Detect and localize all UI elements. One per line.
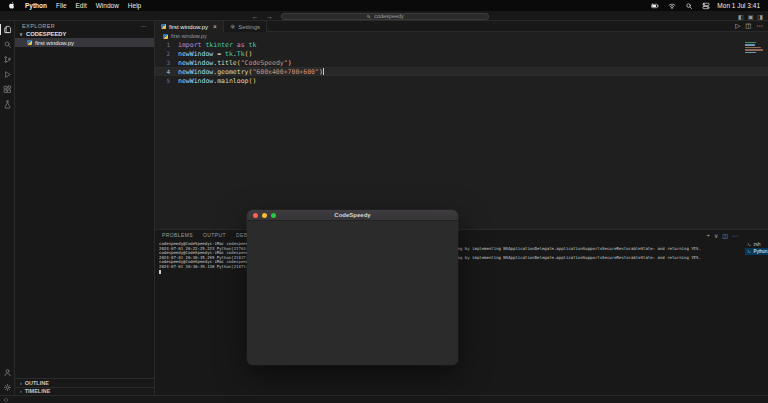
- sidebar-title: EXPLORER: [22, 23, 55, 29]
- activitybar-item-accounts[interactable]: [0, 365, 15, 380]
- minimap-line: [745, 52, 756, 53]
- window-controls: [253, 213, 276, 218]
- toggle-panel-icon[interactable]: ▣: [748, 13, 754, 20]
- code-line[interactable]: 1import tkinter as tk: [155, 40, 768, 49]
- minimize-button[interactable]: [262, 213, 267, 218]
- zoom-button[interactable]: [271, 213, 276, 218]
- python-file-icon: [163, 34, 168, 39]
- split-editor-icon[interactable]: ◫: [745, 22, 751, 30]
- menubar-items: FileEditWindowHelp: [56, 2, 141, 9]
- editor-tab[interactable]: first window.py×: [155, 21, 224, 32]
- close-icon[interactable]: ×: [213, 23, 217, 30]
- app-menu-python[interactable]: Python: [25, 2, 47, 9]
- activitybar-item-testing[interactable]: [0, 97, 15, 112]
- terminal-icon: [747, 249, 752, 254]
- new-terminal-icon[interactable]: +: [706, 232, 710, 238]
- chevron-right-icon: ›: [20, 388, 22, 394]
- workspace-folder[interactable]: ∨ CODESPEEDY: [15, 30, 154, 38]
- editor-tabbar: first window.py×Settings▷◫⋯: [155, 21, 768, 32]
- search-icon: [366, 14, 371, 19]
- split-terminal-icon[interactable]: ◫: [722, 232, 728, 239]
- line-number: 5: [155, 77, 175, 84]
- tkinter-window-body: [247, 221, 458, 365]
- layout-controls: ◧▣◨: [738, 11, 763, 21]
- section-label: OUTLINE: [25, 380, 49, 386]
- workspace-folder-name: CODESPEEDY: [26, 31, 66, 37]
- more-icon[interactable]: ⋯: [732, 232, 738, 239]
- editor-actions: ▷◫⋯: [735, 21, 768, 31]
- activitybar-item-source-control[interactable]: [0, 52, 15, 67]
- forward-icon[interactable]: →: [266, 13, 273, 20]
- code-text: import tkinter as tk: [178, 41, 256, 49]
- tkinter-titlebar[interactable]: CodeSpeedy: [247, 210, 458, 221]
- run-python-file-icon[interactable]: ▷: [735, 22, 740, 30]
- code-line[interactable]: 5newWindow.mainloop(): [155, 76, 768, 85]
- close-button[interactable]: [253, 213, 258, 218]
- search-icon[interactable]: [685, 2, 693, 10]
- command-center-text: codespeedy: [374, 13, 404, 19]
- code-line[interactable]: 2newWindow = tk.Tk(): [155, 49, 768, 58]
- panel-tab-output[interactable]: OUTPUT: [198, 230, 231, 240]
- activitybar-item-extensions[interactable]: [0, 82, 15, 97]
- sidebar-section-outline[interactable]: ›OUTLINE: [15, 378, 154, 387]
- terminal-profiles-icon[interactable]: ∨: [714, 232, 718, 239]
- vscode-titlebar: ←→ codespeedy ◧▣◨: [0, 11, 768, 21]
- breadcrumb-item[interactable]: first window.py: [171, 33, 207, 39]
- wifi-icon[interactable]: [668, 2, 676, 10]
- code-text: newWindow.mainloop(): [178, 77, 256, 85]
- editor-tab[interactable]: Settings: [224, 21, 267, 32]
- battery-icon[interactable]: [651, 2, 659, 10]
- text-cursor: [323, 68, 324, 75]
- chevron-down-icon: ∨: [19, 31, 23, 37]
- menubar-status-area: Mon 1 Jul 3:41: [651, 2, 760, 10]
- code-line[interactable]: 3newWindow.title("CodeSpeedy"): [155, 58, 768, 67]
- activity-bar: [0, 21, 15, 395]
- tkinter-window[interactable]: CodeSpeedy: [247, 210, 458, 365]
- python-file-icon: [161, 24, 166, 29]
- run-and-debug-icon: [3, 70, 12, 79]
- terminal-list-item-python[interactable]: Python: [745, 248, 768, 255]
- menu-window[interactable]: Window: [96, 2, 119, 9]
- remote-indicator[interactable]: [3, 397, 9, 403]
- tkinter-window-title: CodeSpeedy: [334, 212, 370, 218]
- minimap[interactable]: [745, 42, 765, 54]
- menubar-clock[interactable]: Mon 1 Jul 3:41: [717, 2, 760, 9]
- minimap-line: [745, 42, 756, 43]
- code-editor[interactable]: 1import tkinter as tk2newWindow = tk.Tk(…: [155, 40, 768, 229]
- command-center-search[interactable]: codespeedy: [281, 13, 489, 20]
- toggle-primary-sidebar-icon[interactable]: ◧: [738, 13, 744, 20]
- activitybar-item-manage[interactable]: [0, 380, 15, 395]
- activitybar-bottom: [0, 365, 15, 395]
- panel-tab-problems[interactable]: PROBLEMS: [157, 230, 198, 240]
- tab-label: Settings: [238, 24, 260, 30]
- back-icon[interactable]: ←: [252, 13, 259, 20]
- activitybar-item-explorer[interactable]: [0, 22, 15, 37]
- extensions-icon: [3, 85, 12, 94]
- code-line[interactable]: 4newWindow.geometry("600x400+700+600"): [155, 67, 768, 76]
- file-item[interactable]: first window.py: [15, 38, 154, 47]
- control-center-icon[interactable]: [702, 2, 710, 10]
- terminal-list-item-zsh[interactable]: zsh: [745, 241, 768, 248]
- menubar-status-icons: [651, 2, 710, 10]
- breadcrumb[interactable]: first window.py: [155, 32, 768, 40]
- more-actions-icon[interactable]: ⋯: [757, 22, 764, 30]
- activitybar-item-search[interactable]: [0, 37, 15, 52]
- line-number: 1: [155, 41, 175, 48]
- search-icon: [3, 40, 12, 49]
- menu-edit[interactable]: Edit: [76, 2, 87, 9]
- source-control-icon: [3, 55, 12, 64]
- sidebar-bottom-sections: ›OUTLINE›TIMELINE: [15, 378, 154, 395]
- more-actions-icon[interactable]: ⋯: [141, 23, 147, 29]
- code-text: newWindow.title("CodeSpeedy"): [178, 59, 292, 67]
- testing-icon: [3, 100, 12, 109]
- toggle-secondary-sidebar-icon[interactable]: ◨: [757, 13, 763, 20]
- explorer-sidebar: EXPLORER ⋯ ∨ CODESPEEDY first window.py …: [15, 21, 155, 395]
- section-label: TIMELINE: [25, 388, 51, 394]
- apple-menu[interactable]: [8, 1, 16, 10]
- menu-help[interactable]: Help: [128, 2, 141, 9]
- sidebar-section-timeline[interactable]: ›TIMELINE: [15, 387, 154, 396]
- activitybar-item-run-and-debug[interactable]: [0, 67, 15, 82]
- menu-file[interactable]: File: [56, 2, 66, 9]
- screen: Python FileEditWindowHelp Mon 1 Jul 3:41…: [0, 0, 768, 403]
- line-number: 3: [155, 59, 175, 66]
